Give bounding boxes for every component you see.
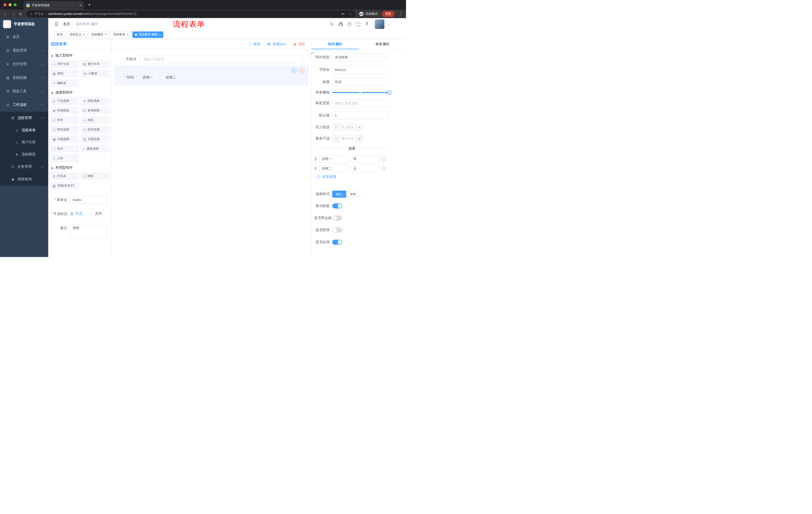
palette-item[interactable]: ☑多选框组 bbox=[81, 107, 109, 114]
palette-item[interactable]: ▤多行文本 bbox=[81, 60, 109, 67]
drag-handle-icon[interactable]: ☰ bbox=[314, 167, 317, 170]
sidebar-item[interactable]: ☺用户分组 bbox=[0, 136, 48, 148]
palette-item[interactable]: ↥上传 bbox=[51, 155, 79, 162]
browser-menu-icon[interactable]: ⋮ bbox=[399, 11, 403, 16]
tab-component-props[interactable]: 组件属性 bbox=[312, 39, 359, 49]
sidebar-item[interactable]: ☻请假查询 bbox=[0, 173, 48, 186]
checkbox-option[interactable]: 选项一 bbox=[137, 75, 153, 80]
delete-component-button[interactable] bbox=[299, 67, 304, 73]
form-canvas[interactable]: 手机号 性别 选项一选项二 bbox=[112, 49, 311, 257]
sidebar-item[interactable]: ⊡工作流程 bbox=[0, 98, 48, 112]
sidebar-item[interactable]: ⚙系统管理 bbox=[0, 44, 48, 57]
component-type-select[interactable] bbox=[332, 53, 389, 61]
option-label-input[interactable] bbox=[319, 165, 348, 172]
back-icon[interactable]: ← bbox=[3, 12, 7, 16]
toggle-switch[interactable] bbox=[332, 216, 342, 220]
title-input[interactable] bbox=[332, 78, 389, 86]
sidebar-item[interactable]: ☑任务管理 bbox=[0, 160, 48, 173]
palette-item[interactable]: ▣密码 bbox=[51, 70, 79, 77]
tag-close-icon[interactable]: × bbox=[83, 33, 85, 36]
palette-item[interactable]: ✎编辑器 bbox=[51, 79, 79, 87]
tag-close-icon[interactable]: × bbox=[105, 33, 107, 36]
slider-handle[interactable] bbox=[387, 90, 392, 94]
option-style-button[interactable]: 按钮 bbox=[346, 191, 360, 198]
fullscreen-icon[interactable] bbox=[356, 22, 361, 27]
sidebar-item[interactable]: ▤基础设施 bbox=[0, 71, 48, 84]
palette-item[interactable]: 123计数器 bbox=[81, 70, 109, 77]
palette-item[interactable]: ▩表格[开发中] bbox=[51, 182, 79, 189]
palette-item[interactable]: ◎下拉选择 bbox=[51, 97, 79, 105]
tab-tag[interactable]: 流程表单× bbox=[111, 31, 131, 38]
add-option-button[interactable]: + 添加选项 bbox=[317, 174, 389, 179]
option-value-input[interactable] bbox=[351, 155, 380, 162]
status-radio[interactable]: 关闭 bbox=[89, 212, 102, 216]
drag-handle-icon[interactable]: ☰ bbox=[314, 157, 317, 161]
checkbox-option[interactable]: 选项二 bbox=[160, 75, 176, 80]
tab-tag[interactable]: 流程定义× bbox=[67, 31, 87, 38]
github-icon[interactable] bbox=[338, 22, 343, 27]
toggle-switch[interactable] bbox=[332, 204, 342, 209]
tab-close-icon[interactable]: × bbox=[79, 3, 81, 7]
font-size-icon[interactable]: T bbox=[365, 22, 370, 27]
forward-icon[interactable]: → bbox=[11, 12, 15, 16]
stepper-minus-button[interactable]: − bbox=[332, 135, 340, 142]
breadcrumb-home[interactable]: 首页 bbox=[63, 22, 70, 26]
password-key-icon[interactable] bbox=[341, 12, 345, 16]
clear-button[interactable]: 清空 bbox=[293, 42, 305, 47]
view-json-button[interactable]: 查看json bbox=[267, 42, 286, 47]
palette-item[interactable]: ◷时间选择 bbox=[51, 126, 79, 133]
tab-tag[interactable]: 流程表单-编辑× bbox=[133, 31, 163, 38]
form-remark-input[interactable]: 嘿嘿 bbox=[70, 224, 107, 239]
option-value-input[interactable] bbox=[351, 165, 380, 172]
address-bar[interactable]: ⚠ 不安全 dashboard.yudao.iocoder.cn/bpm/man… bbox=[26, 10, 355, 17]
window-minimize-button[interactable] bbox=[8, 3, 11, 6]
palette-item[interactable]: ⊸滑块 bbox=[81, 116, 109, 124]
sidebar-item[interactable]: ▯流程表单 bbox=[0, 124, 48, 136]
sidebar-item[interactable]: ➤流程模型 bbox=[0, 148, 48, 160]
link-icon[interactable] bbox=[309, 50, 315, 56]
grid-slider[interactable] bbox=[332, 92, 389, 93]
palette-item[interactable]: ☆评分 bbox=[51, 145, 79, 153]
palette-item[interactable]: ◉单选框组 bbox=[51, 107, 79, 114]
tab-form-props[interactable]: 表单属性 bbox=[359, 39, 406, 49]
sidebar-item[interactable]: ⊞首页 bbox=[0, 30, 48, 44]
palette-item[interactable]: ▦日期选择 bbox=[51, 136, 79, 143]
avatar[interactable] bbox=[375, 19, 384, 29]
reload-icon[interactable]: ↻ bbox=[19, 12, 22, 16]
remove-option-button[interactable]: − bbox=[382, 157, 386, 161]
copy-component-button[interactable] bbox=[291, 67, 296, 73]
palette-item[interactable]: ◴时间范围 bbox=[81, 126, 109, 133]
window-close-button[interactable] bbox=[3, 3, 6, 6]
bookmark-star-icon[interactable]: ☆ bbox=[349, 12, 352, 16]
stepper-plus-button[interactable]: + bbox=[355, 124, 362, 131]
palette-item[interactable]: ⊙开关 bbox=[51, 116, 79, 124]
sidebar-logo[interactable]: 芋道管理系统 bbox=[0, 18, 48, 30]
option-label-input[interactable] bbox=[319, 155, 348, 162]
phone-field-input[interactable] bbox=[140, 55, 303, 64]
save-button[interactable]: ✓ 保存 bbox=[249, 42, 261, 47]
canvas-field-gender-selected[interactable]: 性别 选项一选项二 bbox=[114, 65, 309, 86]
option-style-button[interactable]: 默认 bbox=[332, 191, 346, 198]
remove-option-button[interactable]: − bbox=[382, 166, 386, 170]
palette-item[interactable]: ⊞行容器 bbox=[51, 172, 79, 180]
form-name-input[interactable] bbox=[70, 196, 107, 204]
toggle-switch[interactable] bbox=[332, 227, 342, 233]
hamburger-icon[interactable]: ☰ bbox=[54, 21, 59, 27]
tab-tag[interactable]: 流程模型× bbox=[89, 31, 109, 38]
max-select-value[interactable]: 最多可选 bbox=[340, 135, 355, 142]
field-name-input[interactable] bbox=[332, 65, 389, 74]
label-width-input[interactable] bbox=[332, 99, 389, 107]
palette-item[interactable]: ⋔级联选择 bbox=[81, 97, 109, 105]
sidebar-item[interactable]: ≣流程管理 bbox=[0, 112, 48, 124]
sidebar-item[interactable]: ¥支付管理 bbox=[0, 57, 48, 71]
stepper-plus-button[interactable]: + bbox=[355, 135, 362, 142]
status-radio[interactable]: 开启 bbox=[70, 212, 82, 216]
stepper-minus-button[interactable]: − bbox=[332, 124, 340, 131]
window-zoom-button[interactable] bbox=[13, 3, 17, 6]
tag-close-icon[interactable]: × bbox=[159, 33, 161, 36]
min-select-value[interactable]: 至少应选 bbox=[340, 124, 355, 131]
toggle-switch[interactable] bbox=[332, 240, 342, 245]
help-icon[interactable]: ? bbox=[347, 22, 352, 27]
browser-update-button[interactable]: 更新 bbox=[382, 11, 395, 17]
search-icon[interactable] bbox=[329, 22, 335, 27]
